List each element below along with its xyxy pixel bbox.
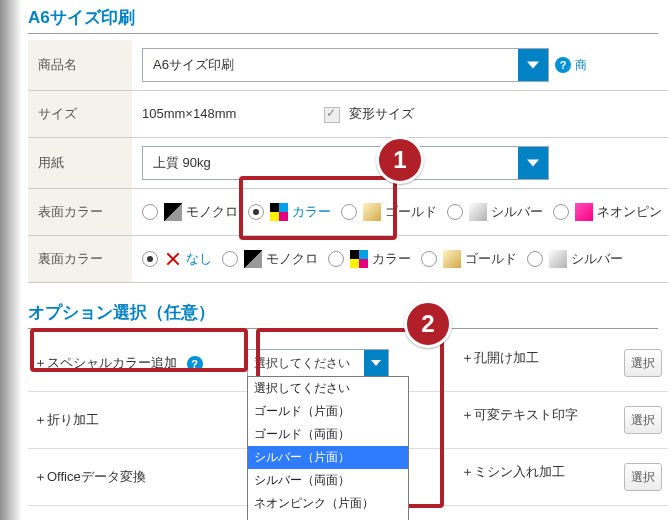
label-front-color: 表面カラー — [28, 189, 132, 236]
label-paper: 用紙 — [28, 138, 132, 189]
paper-select-arrow[interactable] — [518, 147, 548, 179]
radio-front-silver[interactable]: シルバー — [447, 203, 543, 221]
radio-back-none[interactable]: なし — [142, 250, 212, 268]
size-value: 105mm×148mm — [142, 106, 236, 121]
mono-icon — [244, 250, 262, 268]
chevron-down-icon — [371, 358, 381, 368]
radio-back-gold[interactable]: ゴールド — [421, 250, 517, 268]
btn-select-sewing[interactable]: 選択 — [624, 463, 662, 491]
silver-icon — [469, 203, 487, 221]
radio-back-mono[interactable]: モノクロ — [222, 250, 318, 268]
dropdown-option[interactable]: ゴールド（片面） — [248, 400, 408, 423]
mono-icon — [164, 203, 182, 221]
paper-select[interactable]: 上質 90kg — [142, 146, 549, 180]
neon-icon — [575, 203, 593, 221]
special-color-dropdown[interactable]: 選択してください 選択してくださいゴールド（片面）ゴールド（両面）シルバー（片面… — [247, 349, 389, 377]
dropdown-option[interactable]: シルバー（片面） — [248, 446, 408, 469]
color-icon — [350, 250, 368, 268]
radio-front-gold[interactable]: ゴールド — [341, 203, 437, 221]
dropdown-option[interactable]: ネオンピンク（両面） — [248, 515, 408, 520]
btn-select-hole[interactable]: 選択 — [624, 349, 662, 377]
silver-icon — [549, 250, 567, 268]
help-icon[interactable]: ? — [187, 356, 203, 372]
product-select-arrow[interactable] — [518, 49, 548, 81]
options-table: ＋スペシャルカラー追加 ? 選択してください 選択してくださいゴールド（片面）ゴ… — [28, 335, 668, 520]
radio-front-color[interactable]: カラー — [248, 203, 331, 221]
opt-hole: ＋孔開け加工 — [461, 350, 539, 365]
opt-variable-text: ＋可変テキスト印字 — [461, 407, 578, 422]
opt-office: ＋Officeデータ変換 — [34, 469, 146, 484]
config-table: 商品名 A6サイズ印刷 ? 商 サイズ 105mm×148mm — [28, 40, 668, 283]
product-select-text: A6サイズ印刷 — [143, 56, 518, 74]
label-size: サイズ — [28, 91, 132, 138]
options-title: オプション選択（任意） — [28, 301, 658, 329]
dropdown-current: 選択してください — [248, 355, 364, 372]
dropdown-arrow[interactable] — [364, 350, 388, 376]
dropdown-list[interactable]: 選択してくださいゴールド（片面）ゴールド（両面）シルバー（片面）シルバー（両面）… — [247, 376, 409, 520]
dropdown-option[interactable]: 選択してください — [248, 377, 408, 400]
dropdown-option[interactable]: ネオンピンク（片面） — [248, 492, 408, 515]
dropdown-option[interactable]: ゴールド（両面） — [248, 423, 408, 446]
opt-special-color: ＋スペシャルカラー追加 — [34, 355, 177, 370]
back-color-row: なし モノクロ カラー ゴールド シルバー — [142, 250, 662, 268]
opt-sewing: ＋ミシン入れ加工 — [461, 464, 565, 479]
btn-select-vartext[interactable]: 選択 — [624, 406, 662, 434]
radio-back-color[interactable]: カラー — [328, 250, 411, 268]
front-color-row: モノクロ カラー ゴールド シルバー ネオンピン — [142, 203, 662, 221]
label-variant-size: 変形サイズ — [349, 106, 414, 121]
checkbox-variant-size[interactable] — [324, 107, 340, 123]
gold-icon — [443, 250, 461, 268]
radio-front-neon[interactable]: ネオンピン — [553, 203, 662, 221]
chevron-down-icon — [527, 59, 539, 71]
help-product-text: 商 — [575, 57, 587, 74]
radio-back-silver[interactable]: シルバー — [527, 250, 623, 268]
none-icon — [164, 250, 182, 268]
chevron-down-icon — [527, 157, 539, 169]
dropdown-option[interactable]: シルバー（両面） — [248, 469, 408, 492]
color-icon — [270, 203, 288, 221]
radio-front-mono[interactable]: モノクロ — [142, 203, 238, 221]
paper-select-text: 上質 90kg — [143, 154, 518, 172]
help-icon[interactable]: ? — [555, 57, 571, 73]
gold-icon — [363, 203, 381, 221]
page-title: A6サイズ印刷 — [28, 6, 658, 34]
product-select[interactable]: A6サイズ印刷 — [142, 48, 549, 82]
label-back-color: 裏面カラー — [28, 236, 132, 283]
label-product: 商品名 — [28, 40, 132, 91]
opt-fold: ＋折り加工 — [34, 412, 99, 427]
